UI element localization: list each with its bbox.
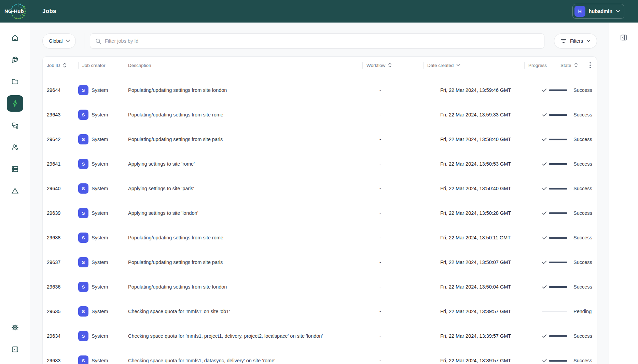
job-id-cell: 29634 — [43, 333, 78, 339]
search-input[interactable] — [105, 34, 539, 48]
column-header[interactable]: Progress — [524, 57, 556, 74]
column-header[interactable]: Job ID — [43, 57, 78, 74]
sidebar-item-collapse[interactable] — [7, 341, 23, 358]
table-row[interactable]: 29638 S System Populating/updating setti… — [43, 225, 597, 250]
sidebar-item-users[interactable] — [7, 139, 23, 155]
column-header[interactable]: State — [556, 57, 584, 74]
column-header-label: Description — [128, 63, 151, 68]
column-header[interactable]: Workflow — [362, 57, 423, 74]
workflow-cell: - — [375, 358, 436, 363]
column-header[interactable]: Description — [124, 57, 362, 74]
scope-dropdown-label: Global — [49, 38, 63, 44]
sidebar-item-jobs[interactable] — [7, 95, 23, 112]
job-description-cell: Populating/updating settings from site l… — [124, 284, 375, 290]
workflow-cell: - — [375, 309, 436, 314]
creator-avatar: S — [78, 257, 88, 267]
date-created-cell: Fri, 22 Mar 2024, 13:50:53 GMT — [436, 161, 537, 167]
workflow-cell: - — [375, 137, 436, 142]
table-row[interactable]: 29635 S System Checking space quota for … — [43, 299, 597, 324]
search-icon — [95, 38, 101, 44]
app-logo: NG-Hub — [0, 0, 30, 23]
job-creator-cell: S System — [78, 233, 124, 243]
job-description-cell: Applying settings to site 'rome' — [124, 161, 375, 167]
progress-bar — [549, 262, 567, 263]
sidebar-item-servers[interactable] — [7, 161, 23, 177]
job-id-cell: 29644 — [43, 87, 78, 93]
state-label: Success — [569, 87, 597, 93]
table-options-button[interactable] — [584, 57, 597, 74]
column-header-label: Progress — [528, 63, 547, 68]
check-icon — [542, 359, 547, 363]
column-header[interactable]: Job creator — [78, 57, 124, 74]
progress-bar — [549, 188, 567, 190]
job-id-cell: 29640 — [43, 186, 78, 191]
creator-name-label: System — [92, 210, 108, 216]
table-row[interactable]: 29639 S System Applying settings to site… — [43, 201, 597, 225]
sidebar-item-workflows[interactable] — [7, 117, 23, 134]
progress-cell — [537, 311, 569, 312]
table-row[interactable]: 29640 S System Applying settings to site… — [43, 176, 597, 201]
table-row[interactable]: 29633 S System Checking space quota for … — [43, 348, 597, 364]
table-row[interactable]: 29643 S System Populating/updating setti… — [43, 102, 597, 127]
state-label: Success — [569, 210, 597, 216]
progress-bar — [549, 114, 567, 116]
progress-cell — [537, 236, 569, 240]
scope-dropdown[interactable]: Global — [42, 33, 76, 48]
right-panel-toggle-button[interactable] — [619, 33, 628, 42]
table-row[interactable]: 29641 S System Applying settings to site… — [43, 152, 597, 176]
column-header[interactable]: Date created — [423, 57, 524, 74]
sidebar-item-files[interactable] — [7, 73, 23, 90]
sidebar-item-site-discovery[interactable] — [7, 52, 23, 68]
job-id-cell: 29633 — [43, 358, 78, 363]
check-icon — [542, 211, 547, 215]
workflow-cell: - — [375, 333, 436, 339]
sidebar-item-settings[interactable] — [7, 319, 23, 336]
table-row[interactable]: 29644 S System Populating/updating setti… — [43, 78, 597, 102]
creator-avatar: S — [78, 110, 88, 120]
job-creator-cell: S System — [78, 282, 124, 292]
table-row[interactable]: 29636 S System Populating/updating setti… — [43, 275, 597, 299]
table-row[interactable]: 29642 S System Populating/updating setti… — [43, 127, 597, 152]
state-label: Pending — [569, 309, 597, 314]
state-label: Success — [569, 260, 597, 265]
job-creator-cell: S System — [78, 183, 124, 194]
toolbar: Global Filters — [42, 33, 597, 48]
progress-bar — [549, 237, 567, 239]
filters-button[interactable]: Filters — [554, 33, 597, 48]
date-created-cell: Fri, 22 Mar 2024, 13:50:04 GMT — [436, 284, 537, 290]
folder-icon — [11, 78, 19, 86]
creator-name-label: System — [92, 161, 108, 167]
creator-name-label: System — [92, 284, 108, 290]
sort-desc-icon — [456, 64, 460, 67]
state-label: Success — [569, 137, 597, 142]
sidebar — [0, 23, 30, 364]
user-menu-button[interactable]: H hubadmin — [572, 4, 624, 19]
check-icon — [542, 162, 547, 166]
state-label: Success — [569, 235, 597, 240]
job-description-cell: Populating/updating settings from site r… — [124, 235, 375, 240]
progress-cell — [537, 187, 569, 191]
progress-cell — [537, 261, 569, 264]
job-id-cell: 29643 — [43, 112, 78, 117]
date-created-cell: Fri, 22 Mar 2024, 13:50:28 GMT — [436, 210, 537, 216]
sidebar-item-alerts[interactable] — [7, 183, 23, 199]
globe-search-icon — [11, 56, 19, 64]
logo-text: NG-Hub — [4, 8, 24, 14]
job-description-cell: Populating/updating settings from site p… — [124, 137, 375, 142]
progress-bar — [549, 286, 567, 288]
state-label: Success — [569, 186, 597, 191]
state-label: Success — [569, 284, 597, 290]
check-icon — [542, 138, 547, 141]
workflow-nodes-icon — [11, 121, 19, 129]
table-row[interactable]: 29637 S System Populating/updating setti… — [43, 250, 597, 275]
sidebar-item-home[interactable] — [7, 30, 23, 46]
progress-bar — [549, 89, 567, 91]
job-creator-cell: S System — [78, 257, 124, 267]
main-content: Global Filters — [30, 23, 609, 364]
progress-bar — [549, 212, 567, 214]
progress-bar — [549, 335, 567, 337]
column-header-label: Workflow — [366, 63, 385, 68]
progress-bar — [542, 311, 567, 312]
table-row[interactable]: 29634 S System Checking space quota for … — [43, 324, 597, 348]
date-created-cell: Fri, 22 Mar 2024, 13:39:57 GMT — [436, 333, 537, 339]
